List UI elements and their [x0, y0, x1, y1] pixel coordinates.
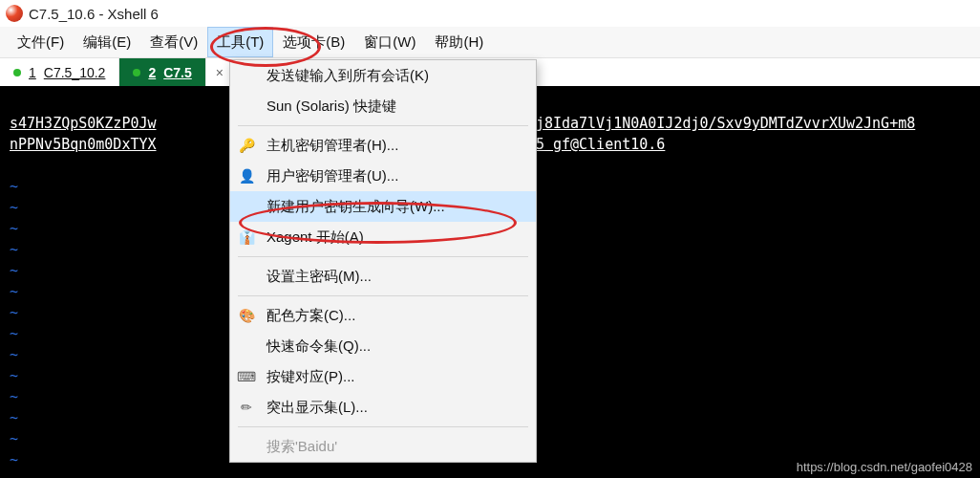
dropdown-item-label: 用户密钥管理者(U)... — [266, 167, 398, 185]
dropdown-item-label: 新建用户密钥生成向导(W)... — [266, 198, 445, 216]
menu-separator — [238, 426, 528, 427]
dropdown-item[interactable]: 快速命令集(Q)... — [230, 331, 536, 361]
prompt-tilde: ~ — [10, 220, 18, 237]
dropdown-item: 搜索'Baidu' — [230, 431, 536, 462]
prompt-tilde: ~ — [10, 325, 18, 342]
menu-item-icon: 🔑 — [238, 137, 255, 154]
prompt-tilde: ~ — [10, 451, 18, 468]
dropdown-item-label: Sun (Solaris) 快捷键 — [266, 98, 396, 116]
status-dot-icon — [133, 69, 140, 76]
dropdown-item-label: 主机密钥管理者(H)... — [266, 137, 398, 155]
prompt-tilde: ~ — [10, 472, 18, 478]
menu-item[interactable]: 查看(V) — [140, 27, 207, 57]
prompt-tilde: ~ — [10, 367, 18, 384]
dropdown-item-label: 搜索'Baidu' — [266, 438, 337, 456]
terminal-text: s47H3ZQpS0KZzP0Jw — [10, 115, 157, 132]
tools-dropdown: 发送键输入到所有会话(K)Sun (Solaris) 快捷键🔑主机密钥管理者(H… — [229, 59, 537, 463]
dropdown-item-label: 发送键输入到所有会话(K) — [266, 67, 429, 85]
menu-item[interactable]: 文件(F) — [8, 27, 74, 57]
dropdown-item[interactable]: Sun (Solaris) 快捷键 — [230, 91, 536, 121]
terminal-text: cK5 gf@Client10.6 — [519, 136, 666, 153]
window-title: C7.5_10.6 - Xshell 6 — [29, 6, 159, 22]
menu-bar: 文件(F)编辑(E)查看(V)工具(T)选项卡(B)窗口(W)帮助(H) — [0, 27, 980, 58]
dropdown-item[interactable]: 新建用户密钥生成向导(W)... — [230, 191, 536, 222]
dropdown-item[interactable]: 🎨配色方案(C)... — [230, 300, 536, 331]
tab-index: 2 — [148, 65, 156, 80]
dropdown-item-label: 设置主密码(M)... — [266, 268, 372, 286]
watermark: https://blog.csdn.net/gaofei0428 — [797, 460, 972, 474]
dropdown-item[interactable]: 发送键输入到所有会话(K) — [230, 60, 536, 91]
prompt-tilde: ~ — [10, 283, 18, 300]
prompt-tilde: ~ — [10, 409, 18, 426]
dropdown-item[interactable]: 👤用户密钥管理者(U)... — [230, 161, 536, 191]
menu-item-icon: ✏ — [238, 399, 255, 416]
dropdown-item[interactable]: ⌨按键对应(P)... — [230, 361, 536, 392]
menu-item-icon: 👤 — [238, 167, 255, 185]
menu-item[interactable]: 选项卡(B) — [273, 27, 354, 57]
dropdown-item[interactable]: 设置主密码(M)... — [230, 261, 536, 292]
status-dot-icon — [13, 69, 21, 76]
menu-separator — [238, 125, 528, 126]
prompt-tilde: ~ — [10, 241, 18, 258]
prompt-tilde: ~ — [10, 199, 18, 216]
terminal-text: UZj8Ida7lVj1N0A0IJ2dj0/Sxv9yDMTdZvvrXUw2… — [519, 115, 915, 132]
title-bar: C7.5_10.6 - Xshell 6 — [0, 0, 980, 27]
menu-item-icon: 🎨 — [238, 307, 255, 324]
terminal-text: nPPNv5Bqn0m0DxTYX — [10, 136, 157, 153]
menu-separator — [238, 256, 528, 257]
menu-item[interactable]: 工具(T) — [207, 27, 273, 57]
prompt-tilde: ~ — [10, 346, 18, 363]
dropdown-item[interactable]: ✏突出显示集(L)... — [230, 392, 536, 423]
menu-separator — [238, 295, 528, 296]
dropdown-item[interactable]: 👔Xagent 开始(A) — [230, 222, 536, 252]
dropdown-item-label: Xagent 开始(A) — [266, 228, 364, 247]
dropdown-item[interactable]: 🔑主机密钥管理者(H)... — [230, 130, 536, 161]
menu-item[interactable]: 窗口(W) — [354, 27, 425, 57]
tab-label: C7.5_10.2 — [44, 65, 106, 80]
prompt-tilde: ~ — [10, 262, 18, 279]
menu-item[interactable]: 编辑(E) — [74, 27, 140, 57]
dropdown-item-label: 突出显示集(L)... — [266, 399, 368, 417]
menu-item-icon: 👔 — [238, 228, 255, 246]
dropdown-item-label: 快速命令集(Q)... — [266, 337, 371, 356]
prompt-tilde: ~ — [10, 178, 18, 195]
dropdown-item-label: 按键对应(P)... — [266, 368, 355, 386]
session-tab[interactable]: 2C7.5 — [119, 58, 205, 87]
menu-item[interactable]: 帮助(H) — [425, 27, 493, 57]
prompt-tilde: ~ — [10, 304, 18, 321]
tab-label: C7.5 — [163, 65, 192, 80]
menu-item-icon: ⌨ — [238, 368, 255, 385]
prompt-tilde: ~ — [10, 430, 18, 447]
prompt-tilde: ~ — [10, 388, 18, 405]
tab-index: 1 — [29, 65, 36, 80]
dropdown-item-label: 配色方案(C)... — [266, 307, 355, 325]
session-tab[interactable]: 1C7.5_10.2 — [0, 58, 119, 87]
app-logo-icon — [6, 5, 23, 22]
